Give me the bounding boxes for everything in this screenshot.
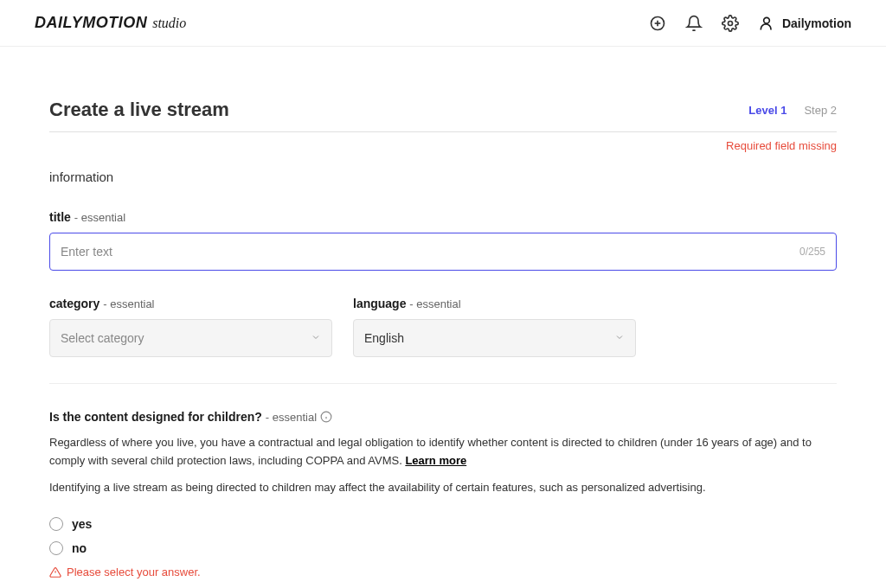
learn-more-link[interactable]: Learn more bbox=[405, 454, 466, 467]
radio-circle-icon bbox=[49, 517, 63, 531]
category-select[interactable]: Select category bbox=[49, 319, 332, 357]
main-content: Create a live stream Level 1 Step 2 Requ… bbox=[23, 47, 863, 588]
children-error: Please select your answer. bbox=[49, 566, 837, 578]
warning-icon bbox=[49, 566, 61, 578]
bell-icon[interactable] bbox=[685, 15, 703, 32]
info-icon[interactable] bbox=[320, 411, 332, 423]
logo-main-text: DAILYMOTION bbox=[35, 14, 147, 32]
steps: Level 1 Step 2 bbox=[748, 104, 837, 117]
divider bbox=[49, 131, 837, 132]
step-1[interactable]: Level 1 bbox=[748, 104, 786, 117]
chevron-down-icon bbox=[614, 331, 625, 345]
plus-icon[interactable] bbox=[649, 15, 666, 32]
children-help-2: Identifying a live stream as being direc… bbox=[49, 479, 837, 497]
chevron-down-icon bbox=[311, 331, 321, 345]
title-input[interactable] bbox=[61, 245, 791, 259]
logo-sub-text: studio bbox=[152, 16, 186, 31]
app-header: DAILYMOTION studio Dailymotion bbox=[0, 0, 886, 47]
logo[interactable]: DAILYMOTION studio bbox=[35, 14, 186, 32]
radio-circle-icon bbox=[49, 541, 63, 555]
category-language-row: category - essential Select category lan… bbox=[49, 297, 837, 357]
language-field: language - essential English bbox=[353, 297, 636, 357]
svg-point-4 bbox=[764, 17, 770, 23]
title-label: title - essential bbox=[49, 210, 837, 224]
radio-no-label: no bbox=[72, 541, 87, 555]
category-label: category - essential bbox=[49, 297, 332, 310]
children-heading: Is the content designed for children? - … bbox=[49, 410, 837, 424]
header-actions: Dailymotion bbox=[649, 15, 851, 32]
user-menu[interactable]: Dailymotion bbox=[758, 15, 851, 32]
language-select[interactable]: English bbox=[353, 319, 636, 357]
children-radio-group: yes no bbox=[49, 517, 837, 555]
radio-yes[interactable]: yes bbox=[49, 517, 837, 531]
gear-icon[interactable] bbox=[722, 15, 739, 32]
radio-yes-label: yes bbox=[72, 517, 92, 531]
language-value: English bbox=[364, 331, 404, 345]
page-title: Create a live stream bbox=[49, 99, 229, 121]
title-field: title - essential 0/255 bbox=[49, 210, 837, 271]
title-input-wrap: 0/255 bbox=[49, 233, 837, 271]
section-divider bbox=[49, 383, 837, 384]
category-placeholder: Select category bbox=[61, 331, 144, 345]
language-label: language - essential bbox=[353, 297, 636, 310]
error-banner: Required field missing bbox=[49, 139, 837, 152]
svg-point-3 bbox=[728, 21, 732, 25]
user-name: Dailymotion bbox=[782, 16, 851, 30]
section-heading: information bbox=[49, 169, 837, 184]
step-2[interactable]: Step 2 bbox=[804, 104, 837, 117]
title-counter: 0/255 bbox=[791, 246, 825, 258]
children-help-1: Regardless of where you live, you have a… bbox=[49, 434, 837, 470]
title-row: Create a live stream Level 1 Step 2 bbox=[49, 99, 837, 121]
user-icon bbox=[758, 15, 775, 32]
radio-no[interactable]: no bbox=[49, 541, 837, 555]
category-field: category - essential Select category bbox=[49, 297, 332, 357]
